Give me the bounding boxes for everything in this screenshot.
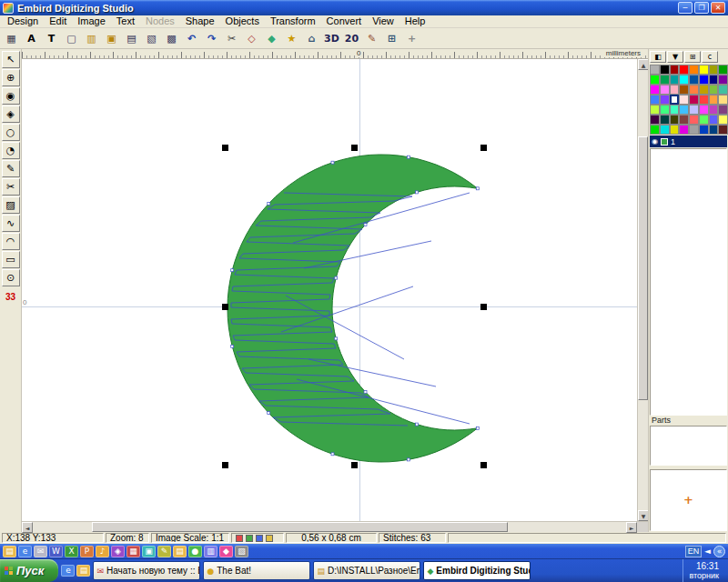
color-swatch[interactable] [689, 75, 699, 85]
arc-tool-button[interactable]: ◔ [2, 142, 20, 159]
menu-item[interactable]: Design [2, 15, 44, 27]
taskbar-task-button[interactable]: ✉ Начать новую тему :: В... [93, 561, 200, 580]
quick-launch-icon[interactable]: ▦ [126, 546, 140, 557]
color-swatch[interactable] [670, 125, 680, 135]
quick-launch-icon[interactable]: X [65, 546, 78, 557]
color-swatch[interactable] [709, 115, 719, 125]
select-mode-button[interactable]: ▦ [2, 29, 21, 47]
color-swatch[interactable] [699, 85, 709, 95]
text-tool-button[interactable]: T [42, 29, 61, 47]
color-swatch[interactable] [679, 125, 689, 135]
color-swatch[interactable] [699, 95, 709, 105]
selection-handle-bottom-center[interactable] [351, 462, 358, 468]
node-tool-button[interactable]: ⊙ [2, 269, 20, 286]
knife-tool-button[interactable]: ✂ [2, 178, 20, 196]
density-20-button[interactable]: 20 [342, 29, 361, 47]
quick-launch-icon[interactable]: ▣ [142, 546, 156, 557]
color-swatch[interactable] [689, 105, 699, 115]
pencil-tool-button[interactable]: ✎ [2, 160, 20, 177]
quick-launch-icon[interactable]: ♪ [96, 546, 109, 557]
start-button[interactable]: Пуск [0, 559, 58, 582]
undo-button[interactable]: ↶ [182, 29, 201, 47]
color-swatch[interactable] [718, 125, 728, 135]
color-swatch[interactable] [650, 75, 660, 85]
pan-tool-button[interactable]: ◈ [2, 105, 20, 123]
color-swatch[interactable] [670, 95, 680, 105]
menu-item[interactable]: Shape [180, 15, 220, 27]
color-swatch[interactable] [689, 115, 699, 125]
selection-handle-mid-left[interactable] [222, 304, 228, 310]
curve-tool-button[interactable]: ◠ [2, 233, 20, 250]
color-swatch[interactable] [689, 85, 699, 95]
cut-button[interactable]: ✂ [222, 29, 241, 47]
color-swatch[interactable] [670, 105, 680, 115]
color-swatch[interactable] [679, 75, 689, 85]
quick-launch-icon[interactable]: P [80, 546, 94, 557]
color-swatch[interactable] [709, 65, 719, 75]
color-swatch[interactable] [709, 75, 719, 85]
print-button[interactable]: ▧ [142, 29, 161, 47]
quick-launch-icon[interactable]: ▥ [204, 546, 217, 557]
quick-launch-icon[interactable]: ● [188, 546, 202, 557]
color-swatch[interactable] [670, 75, 680, 85]
frame-button[interactable]: ⌂ [302, 29, 321, 47]
close-button[interactable]: ✕ [711, 2, 725, 14]
new-design-button[interactable]: ▢ [62, 29, 81, 47]
selection-handle-mid-right[interactable] [480, 304, 487, 310]
vertical-scrollbar[interactable]: ▲ ▼ [637, 59, 648, 521]
redo-button[interactable]: ↷ [202, 29, 221, 47]
selection-handle-bottom-left[interactable] [222, 462, 228, 468]
horizontal-scroll-thumb[interactable] [92, 522, 507, 532]
color-swatch[interactable] [670, 85, 680, 95]
quick-launch-icon[interactable]: W [49, 546, 63, 557]
fill-stitch-button[interactable]: ◆ [262, 29, 281, 47]
open-design-button[interactable]: ▥ [82, 29, 101, 47]
thread-colors-button[interactable]: ◧ [650, 51, 666, 63]
selection-handle-top-left[interactable] [222, 145, 228, 151]
select-tool-button[interactable]: ↖ [2, 51, 20, 68]
quick-launch-icon[interactable]: ▤ [173, 546, 187, 557]
magnifier-tool-button[interactable]: ◉ [2, 87, 20, 105]
menu-item[interactable]: Edit [44, 15, 72, 27]
save-design-button[interactable]: ▤ [122, 29, 141, 47]
color-swatch[interactable] [650, 105, 660, 115]
quick-launch-icon[interactable]: ✎ [157, 546, 171, 557]
color-swatch[interactable] [650, 85, 660, 95]
palette-dropdown-button[interactable]: ▼ [667, 51, 683, 63]
edit-nodes-button[interactable]: ✎ [362, 29, 381, 47]
color-swatch[interactable] [709, 125, 719, 135]
color-swatch[interactable] [699, 125, 709, 135]
color-swatch[interactable] [670, 65, 680, 75]
color-swatch[interactable] [718, 115, 728, 125]
color-swatch[interactable] [660, 65, 670, 75]
mix-colors-button[interactable]: ⊞ [684, 51, 701, 63]
menu-item[interactable]: Nodes [140, 15, 180, 27]
view-3d-button[interactable]: 3D [322, 29, 341, 47]
color-swatch[interactable] [660, 115, 670, 125]
taskbar-task-button[interactable]: ● The Bat! [203, 561, 310, 580]
color-swatch[interactable] [660, 95, 670, 105]
menu-item[interactable]: Transform [265, 15, 321, 27]
import-image-button[interactable]: ▣ [102, 29, 121, 47]
fill-tool-button[interactable]: ▨ [2, 196, 20, 214]
taskbar-task-button[interactable]: ▤ D:\INSTALL\Разное\Embird [313, 561, 420, 580]
catalog-button[interactable]: c [702, 51, 718, 63]
zoom-in-tool-button[interactable]: ⊕ [2, 69, 20, 86]
color-swatch[interactable] [709, 105, 719, 115]
quick-launch-icon[interactable]: ▧ [235, 546, 248, 557]
object-row-selected[interactable]: ◉ 1 [650, 135, 727, 147]
ellipse-tool-button[interactable]: ○ [2, 124, 20, 141]
horizontal-scrollbar[interactable]: ◄ ► [22, 522, 637, 532]
design-canvas[interactable]: 0 [22, 59, 637, 521]
color-swatch[interactable] [689, 65, 699, 75]
color-swatch[interactable] [718, 65, 728, 75]
color-swatch[interactable] [718, 95, 728, 105]
color-swatch[interactable] [718, 85, 728, 95]
parts-panel[interactable] [650, 426, 727, 466]
color-swatch[interactable] [660, 75, 670, 85]
color-swatch[interactable] [699, 115, 709, 125]
scroll-right-button[interactable]: ► [626, 522, 637, 533]
vertical-scroll-thumb[interactable] [638, 136, 648, 400]
menu-item[interactable]: Objects [220, 15, 265, 27]
color-swatch[interactable] [660, 85, 670, 95]
